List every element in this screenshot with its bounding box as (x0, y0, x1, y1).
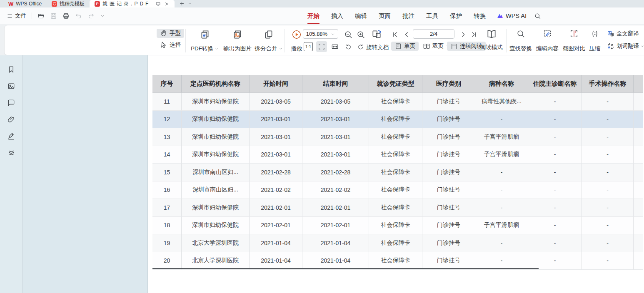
table-cell: 2021-03-01 (250, 128, 302, 146)
one-to-one-icon: 1:1 (304, 42, 313, 51)
fit-page-button[interactable] (316, 41, 327, 52)
first-page-button[interactable] (391, 31, 398, 37)
zoom-level-dropdown[interactable]: 105.88% (303, 29, 338, 39)
table-cell: 2021-01-04 (302, 234, 369, 252)
rotate-right-button[interactable] (357, 43, 364, 50)
menu-insert[interactable]: 插入 (325, 12, 349, 20)
table-cell: 2021-03-01 (250, 111, 302, 129)
table-cell: - (528, 146, 582, 164)
zoom-out-button[interactable] (344, 30, 353, 39)
table-cell: - (528, 128, 582, 146)
column-header: 序号 (152, 75, 182, 93)
table-cell: 子宫平滑肌瘤 (475, 217, 528, 235)
single-page-label: 单页 (404, 42, 415, 50)
actual-size-button[interactable]: 1:1 (304, 42, 313, 51)
fit-width-button[interactable] (329, 41, 340, 52)
rotate-document-label-button[interactable]: 旋转文档 (366, 44, 389, 51)
menu-edit[interactable]: 编辑 (349, 12, 373, 20)
navigation-panel[interactable] (23, 55, 148, 293)
tab-close-icon[interactable] (164, 1, 170, 7)
table-bottom-border (152, 268, 539, 269)
pdf-page[interactable]: 序号定点医药机构名称开始时间结束时间就诊凭证类型医疗类别病种名称住院主诊断名称手… (148, 55, 644, 293)
table-cell: - (528, 199, 582, 217)
menu-protect[interactable]: 保护 (444, 12, 468, 20)
rotate-document-button[interactable] (371, 29, 382, 40)
read-mode-icon-button[interactable] (486, 29, 497, 40)
tab-docer-templates[interactable]: 找稻壳模板 (47, 0, 90, 7)
new-tab-icon[interactable] (179, 0, 185, 7)
word-translate-button[interactable]: 划词翻译 (607, 42, 644, 50)
full-text-translate-button[interactable]: 全文翻译 (607, 30, 639, 37)
table-cell: 15 (152, 164, 182, 181)
table-cell: 2021-02-01 (302, 217, 369, 235)
menu-home[interactable]: 开始 (302, 12, 325, 20)
previous-page-button[interactable] (403, 31, 409, 37)
rotate-left-button[interactable] (344, 43, 352, 50)
layers-icon[interactable] (7, 149, 15, 157)
table-cell: - (582, 234, 634, 252)
tab-medical-records-pdf[interactable]: P 就医记录.PDF (90, 0, 175, 7)
table-cell (634, 93, 643, 111)
edit-content-label: 编辑内容 (536, 45, 559, 52)
chevron-down-icon (279, 47, 283, 51)
wps-ai-button[interactable]: WPS AI (492, 12, 532, 20)
tab-preview-icon[interactable] (155, 1, 161, 7)
menu-convert[interactable]: 转换 (468, 12, 492, 20)
column-header: 定点医药机构名称 (182, 75, 250, 93)
split-merge-icon (263, 29, 274, 40)
menu-tools[interactable]: 工具 (420, 12, 444, 20)
table-cell: 13 (152, 128, 182, 146)
workspace: 序号定点医药机构名称开始时间结束时间就诊凭证类型医疗类别病种名称住院主诊断名称手… (0, 55, 644, 293)
more-commands-chevron-icon[interactable] (100, 13, 105, 18)
table-cell: - (582, 252, 634, 270)
full-text-translate-icon (607, 30, 614, 37)
menu-bar: 文件 开始 插入 编辑 页面 批注 工具 保护 转换 WPS AI (0, 7, 644, 24)
table-cell: - (475, 181, 528, 199)
pdf-convert-button[interactable]: PDF转换 (189, 28, 220, 53)
edit-content-icon (543, 29, 552, 38)
tab-wps-office[interactable]: W WPS Office (3, 0, 47, 7)
page-number-input[interactable]: 2/4 (413, 29, 454, 39)
zoom-in-button[interactable] (356, 30, 365, 39)
table-cell: 深圳市妇幼保健院 (182, 217, 250, 235)
open-file-icon[interactable] (37, 12, 45, 20)
table-cell: 门诊挂号 (422, 93, 475, 111)
table-cell: 社会保障卡 (369, 234, 422, 252)
chevron-down-icon (640, 44, 644, 48)
file-menu-button[interactable]: 文件 (7, 12, 26, 20)
table-cell (634, 111, 643, 129)
full-text-translate-label: 全文翻译 (617, 30, 639, 37)
menu-comment[interactable]: 批注 (397, 12, 420, 20)
table-cell: 11 (152, 93, 182, 111)
last-page-button[interactable] (470, 31, 477, 37)
table-cell: 门诊挂号 (422, 164, 475, 181)
table-cell (634, 252, 643, 270)
compress-button[interactable]: 压缩 (586, 28, 604, 53)
read-mode-button[interactable]: 阅读模式 (480, 44, 503, 51)
export-as-image-button[interactable]: 输出为图片 (220, 28, 255, 53)
find-replace-button[interactable]: 查找替换 (508, 28, 534, 53)
print-icon[interactable] (62, 12, 70, 20)
single-page-button[interactable]: 单页 (391, 42, 419, 51)
thumbnail-icon[interactable] (7, 82, 15, 90)
undo-icon[interactable] (75, 12, 82, 20)
next-page-button[interactable] (459, 31, 466, 37)
hand-tool-button[interactable]: 手型 (157, 29, 184, 38)
bookmark-icon[interactable] (7, 65, 15, 74)
redo-icon[interactable] (87, 12, 95, 20)
screenshot-compare-button[interactable]: 截图对比 (561, 28, 587, 53)
split-merge-button[interactable]: 拆分合并 (255, 28, 283, 53)
tab-label: 就医记录.PDF (102, 0, 150, 7)
table-cell: 2021-02-02 (302, 181, 369, 199)
menu-search-icon[interactable] (534, 12, 541, 20)
select-tool-button[interactable]: 选择 (157, 40, 184, 50)
export-image-icon (232, 29, 243, 40)
table-cell: - (528, 93, 582, 111)
comment-icon[interactable] (7, 99, 15, 107)
menu-page[interactable]: 页面 (373, 12, 397, 20)
edit-content-button[interactable]: 编辑内容 (534, 28, 560, 53)
attachment-icon[interactable] (7, 115, 15, 124)
save-icon[interactable] (50, 12, 57, 20)
tab-list-chevron-icon[interactable] (187, 1, 192, 6)
signature-icon[interactable] (7, 132, 15, 140)
